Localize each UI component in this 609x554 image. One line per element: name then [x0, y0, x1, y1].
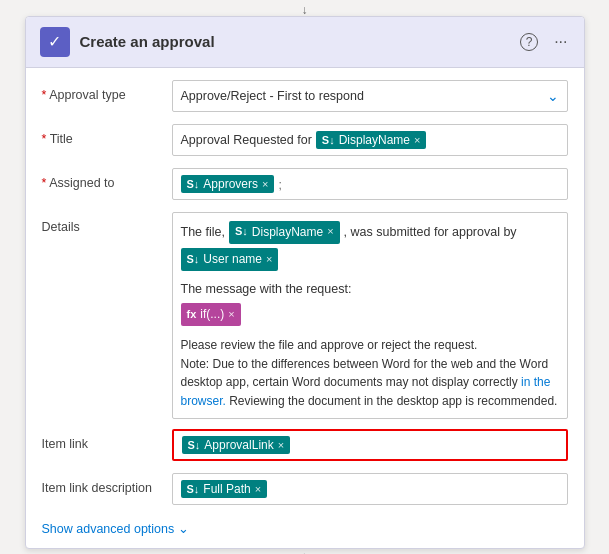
- blue-text-2: browser.: [181, 394, 226, 408]
- title-displayname-chip[interactable]: S↓ DisplayName ×: [316, 131, 427, 149]
- header-actions: ? ···: [518, 31, 569, 53]
- details-paragraph: Please review the file and approve or re…: [181, 336, 559, 410]
- blue-text: in the: [521, 375, 550, 389]
- bottom-connector: +: [300, 549, 309, 554]
- item-link-description-label: Item link description: [42, 473, 172, 495]
- approval-icon: ✓: [40, 27, 70, 57]
- approval-type-value: Approve/Reject - First to respond: [181, 89, 364, 103]
- chip-close-icon[interactable]: ×: [266, 251, 272, 269]
- chip-prefix-icon: S↓: [322, 134, 335, 146]
- approval-type-dropdown[interactable]: Approve/Reject - First to respond ⌄: [172, 80, 568, 112]
- details-row: Details The file, S↓ DisplayName × , was…: [42, 212, 568, 420]
- item-link-description-input[interactable]: S↓ Full Path ×: [172, 473, 568, 505]
- chip-text: DisplayName: [339, 133, 410, 147]
- approval-type-label: Approval type: [42, 80, 172, 102]
- details-displayname-chip[interactable]: S↓ DisplayName ×: [229, 221, 340, 244]
- details-ifchip[interactable]: fx if(...) ×: [181, 303, 241, 326]
- show-advanced-button[interactable]: Show advanced options ⌄: [42, 521, 190, 536]
- card-body: Approval type Approve/Reject - First to …: [26, 68, 584, 549]
- full-path-chip[interactable]: S↓ Full Path ×: [181, 480, 268, 498]
- approval-link-chip[interactable]: S↓ ApprovalLink ×: [182, 436, 291, 454]
- assigned-to-row: Assigned to S↓ Approvers × ;: [42, 168, 568, 202]
- chip-prefix-icon: S↓: [235, 223, 248, 241]
- chip-close-icon[interactable]: ×: [228, 306, 234, 324]
- details-line-4: fx if(...) ×: [181, 303, 559, 326]
- chip-close-icon[interactable]: ×: [278, 439, 284, 451]
- help-icon: ?: [520, 33, 538, 51]
- more-options-button[interactable]: ···: [552, 31, 569, 53]
- separator: ;: [278, 176, 281, 192]
- item-link-description-row: Item link description S↓ Full Path ×: [42, 473, 568, 507]
- chip-text: Full Path: [203, 482, 250, 496]
- assigned-to-input[interactable]: S↓ Approvers × ;: [172, 168, 568, 200]
- chevron-down-icon: ⌄: [178, 521, 189, 536]
- title-row: Title Approval Requested for S↓ DisplayN…: [42, 124, 568, 158]
- chip-prefix-icon: S↓: [187, 251, 200, 269]
- title-prefix-text: Approval Requested for: [181, 133, 312, 147]
- create-approval-card: ✓ Create an approval ? ··· Approval type…: [25, 16, 585, 550]
- details-label: Details: [42, 212, 172, 234]
- dropdown-arrow-icon: ⌄: [547, 88, 559, 104]
- chip-text: if(...): [200, 305, 224, 324]
- chip-prefix-icon: S↓: [188, 439, 201, 451]
- details-input[interactable]: The file, S↓ DisplayName × , was submitt…: [172, 212, 568, 420]
- card-header: ✓ Create an approval ? ···: [26, 17, 584, 68]
- details-text-3: The message with the request:: [181, 279, 352, 299]
- more-icon: ···: [554, 33, 567, 51]
- details-username-chip[interactable]: S↓ User name ×: [181, 248, 279, 271]
- chip-text: ApprovalLink: [204, 438, 273, 452]
- item-link-row: Item link S↓ ApprovalLink ×: [42, 429, 568, 463]
- bottom-plus-icon[interactable]: +: [300, 549, 309, 554]
- details-text-1: The file,: [181, 222, 225, 242]
- chip-text: DisplayName: [252, 223, 323, 242]
- card-title: Create an approval: [80, 33, 509, 50]
- chip-text: Approvers: [203, 177, 258, 191]
- approval-type-row: Approval type Approve/Reject - First to …: [42, 80, 568, 114]
- help-button[interactable]: ?: [518, 31, 540, 53]
- chip-text: User name: [203, 250, 262, 269]
- down-arrow-icon: ↓: [302, 4, 308, 16]
- chip-close-icon[interactable]: ×: [255, 483, 261, 495]
- chip-prefix-icon: S↓: [187, 483, 200, 495]
- show-advanced-label: Show advanced options: [42, 522, 175, 536]
- details-line-1: The file, S↓ DisplayName × , was submitt…: [181, 221, 559, 244]
- assigned-to-label: Assigned to: [42, 168, 172, 190]
- top-connector: + ↓: [300, 0, 309, 16]
- chip-prefix-icon: fx: [187, 306, 197, 324]
- chip-close-icon[interactable]: ×: [262, 178, 268, 190]
- item-link-label: Item link: [42, 429, 172, 451]
- details-line-3: The message with the request:: [181, 279, 559, 299]
- chip-close-icon[interactable]: ×: [414, 134, 420, 146]
- chip-prefix-icon: S↓: [187, 178, 200, 190]
- approvers-chip[interactable]: S↓ Approvers ×: [181, 175, 275, 193]
- details-line-2: S↓ User name ×: [181, 248, 559, 271]
- item-link-input[interactable]: S↓ ApprovalLink ×: [172, 429, 568, 461]
- chip-close-icon[interactable]: ×: [327, 223, 333, 241]
- title-input[interactable]: Approval Requested for S↓ DisplayName ×: [172, 124, 568, 156]
- title-label: Title: [42, 124, 172, 146]
- details-text-2: , was submitted for approval by: [344, 222, 517, 242]
